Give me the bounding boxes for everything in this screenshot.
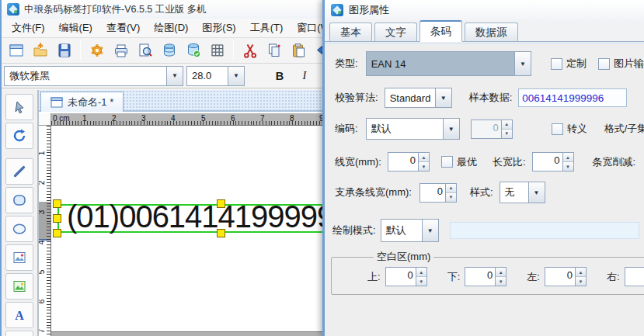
save-button[interactable] [52,40,76,61]
spin-up-icon[interactable]: ▲ [576,268,586,276]
rich-text-tool-button[interactable]: R [5,331,33,336]
italic-button[interactable]: I [293,66,316,86]
spin-up-icon[interactable]: ▲ [496,268,506,276]
quiet-bottom-spinner[interactable]: 0 ▲▼ [465,267,506,286]
database-button[interactable] [157,40,181,61]
spin-down-icon[interactable]: ▼ [563,161,573,171]
resize-handle-top-center[interactable] [217,199,225,208]
tab-basic[interactable]: 基本 [329,23,372,41]
document-tab[interactable]: 未命名-1 * [40,92,124,112]
aspect-ratio-spinner[interactable]: 0 ▲▼ [532,152,574,171]
menu-tools[interactable]: 工具(T) [243,19,291,37]
check-algorithm-combo[interactable]: Standard ▼ [385,88,452,108]
ruler-number: 1 [39,151,46,156]
resize-handle-mid-left[interactable] [53,214,61,223]
barcode-type-value: EAN 14 [367,52,514,75]
svg-text:A: A [15,309,24,322]
menu-shape[interactable]: 图形(S) [195,19,242,37]
image-tool-button[interactable] [5,244,33,271]
ruler-number: 6 [39,300,46,304]
open-button[interactable] [28,40,52,61]
escape-checkbox-label: 转义 [567,122,587,136]
bold-button[interactable]: B [268,66,291,86]
style-combo[interactable]: 无 ▼ [500,182,545,203]
copy-button[interactable] [262,40,286,61]
select-tool-button[interactable] [5,94,33,120]
text-tool-button[interactable]: A [5,302,33,328]
print-preview-button[interactable] [133,40,157,61]
print-button[interactable] [109,40,133,61]
line-tool-button[interactable] [5,158,33,185]
check-algorithm-label: 校验算法: [335,91,378,105]
image-color-tool-button[interactable] [5,273,33,300]
font-family-combo[interactable]: 微软雅黑 ▼ [4,66,183,86]
menu-draw[interactable]: 绘图(D) [147,19,195,37]
custom-checkbox[interactable] [551,58,562,70]
chevron-down-icon[interactable]: ▼ [228,67,244,85]
toolbar-separator [80,41,81,60]
dialog-title: 图形属性 [349,3,389,17]
chevron-down-icon[interactable]: ▼ [528,182,545,203]
line-width-spinner[interactable]: 0 ▲▼ [388,152,430,171]
ellipse-tool-button[interactable] [5,216,33,242]
sample-data-label: 样本数据: [469,91,513,105]
chevron-down-icon[interactable]: ▼ [166,67,183,85]
spin-up-icon[interactable]: ▲ [416,268,426,276]
rotate-tool-button[interactable] [5,123,33,149]
quiet-top-spinner[interactable]: 0 ▲▼ [385,267,427,286]
menu-file[interactable]: 文件(F) [5,19,52,37]
spin-down-icon[interactable]: ▼ [419,161,429,171]
barcode-type-combo[interactable]: EAN 14 ▼ [366,51,531,76]
bearer-width-spinner[interactable]: 0 ▲▼ [419,183,457,203]
bearer-width-label: 支承条线宽(mm): [335,185,412,199]
dialog-tabs: 基本 文字 条码 数据源 [325,20,644,42]
spin-up-icon: ▲ [502,120,512,129]
spin-up-icon[interactable]: ▲ [446,184,456,192]
cut-button[interactable] [238,40,262,61]
chevron-down-icon[interactable]: ▼ [422,220,438,241]
resize-handle-bottom-left[interactable] [53,229,61,237]
sample-data-field[interactable]: 00614141999996 [518,88,627,107]
encoding-combo[interactable]: 默认 ▼ [366,118,460,140]
custom-checkbox-label: 定制 [566,57,587,71]
chevron-down-icon[interactable]: ▼ [435,88,451,107]
draw-mode-extra-panel [450,222,639,239]
spin-up-icon[interactable]: ▲ [563,153,573,161]
chevron-down-icon[interactable]: ▼ [443,119,459,139]
spin-up-icon[interactable]: ▲ [419,153,429,161]
tab-text[interactable]: 文字 [374,23,417,41]
settings-button[interactable] [85,40,109,61]
paste-button[interactable] [286,40,310,61]
escape-checkbox[interactable] [552,123,563,135]
encoding-value: 默认 [367,119,443,139]
menu-view[interactable]: 查看(V) [99,19,147,37]
grid-button[interactable] [205,40,229,61]
resize-handle-top-left[interactable] [53,199,61,208]
tab-barcode[interactable]: 条码 [419,20,462,42]
app-logo-icon [331,4,343,16]
optimal-checkbox[interactable] [441,156,453,168]
spin-down-icon[interactable]: ▼ [496,276,506,286]
spin-down-icon[interactable]: ▼ [576,276,586,286]
spin-down-icon[interactable]: ▼ [446,192,456,202]
copy-icon [266,42,283,59]
rounded-rect-tool-button[interactable] [5,187,33,213]
picture-output-checkbox-label: 图片输 [614,57,644,71]
ruler-number: 7 [39,329,46,334]
database-check-button[interactable] [181,40,205,61]
encoding-spinner: 0 ▲▼ [471,120,513,139]
new-document-button[interactable] [4,40,28,61]
quiet-right-spinner[interactable]: 0 ▲▼ [625,267,644,286]
barcode-object-text[interactable]: (01)00614141999996 [67,199,350,234]
chevron-down-icon[interactable]: ▼ [514,52,531,75]
font-size-combo[interactable]: 28.0 ▼ [186,66,245,86]
tab-datasource[interactable]: 数据源 [465,23,518,41]
draw-mode-label: 绘制模式: [332,223,376,237]
vertical-ruler[interactable]: 1 2 3 4 5 6 7 [39,126,51,336]
draw-mode-combo[interactable]: 默认 ▼ [381,219,439,242]
menu-edit[interactable]: 编辑(E) [52,19,99,37]
spin-down-icon[interactable]: ▼ [416,276,426,286]
quiet-left-spinner[interactable]: 0 ▲▼ [545,267,587,286]
resize-handle-bottom-center[interactable] [217,229,225,237]
picture-output-checkbox[interactable] [598,58,610,70]
